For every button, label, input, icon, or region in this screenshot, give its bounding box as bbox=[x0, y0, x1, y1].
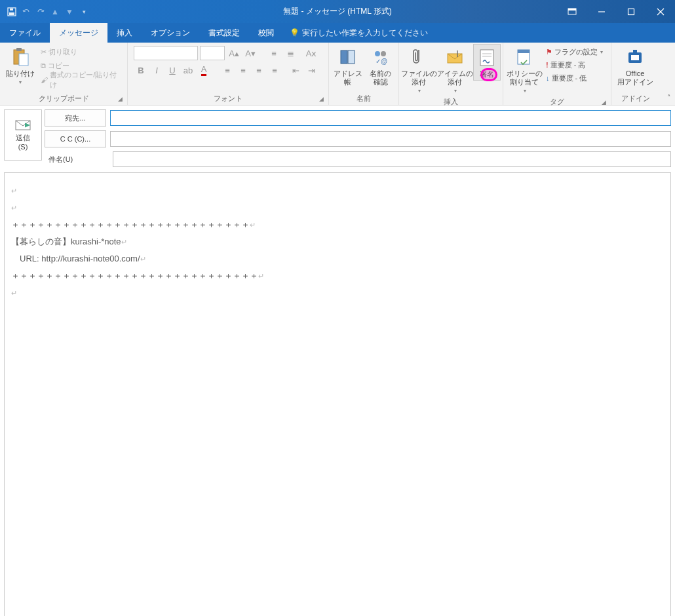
align-center-icon[interactable]: ≡ bbox=[236, 63, 250, 77]
attach-item-button[interactable]: アイテムの 添付▾ bbox=[436, 44, 473, 96]
underline-icon[interactable]: U bbox=[165, 63, 180, 77]
svg-rect-18 bbox=[480, 50, 493, 66]
address-book-button[interactable]: アドレス帳 bbox=[331, 44, 365, 88]
undo-icon[interactable] bbox=[21, 7, 31, 17]
bullets-icon[interactable]: ≡ bbox=[267, 46, 281, 60]
follow-up-button[interactable]: ⚑フラグの設定▾ bbox=[543, 45, 606, 58]
svg-point-14 bbox=[375, 51, 380, 56]
increase-font-icon[interactable]: A▴ bbox=[227, 46, 241, 60]
copy-icon: ⧉ bbox=[41, 62, 46, 70]
paste-label: 貼り付け bbox=[6, 69, 35, 78]
cut-label: 切り取り bbox=[48, 47, 77, 57]
format-painter-label: 書式のコピー/貼り付け bbox=[50, 70, 123, 90]
font-launcher[interactable]: ◢ bbox=[317, 96, 325, 104]
window-title: 無題 - メッセージ (HTML 形式) bbox=[283, 6, 392, 17]
attach-item-icon bbox=[444, 47, 465, 67]
body-line-3: ＋＋＋＋＋＋＋＋＋＋＋＋＋＋＋＋＋＋＋＋＋＋＋＋＋＋＋＋ bbox=[11, 220, 250, 229]
ribbon-tabs: ファイル メッセージ 挿入 オプション 書式設定 校閲 💡 実行したい作業を入力… bbox=[0, 23, 675, 43]
check-names-button[interactable]: ✓@ 名前の 確認 bbox=[365, 44, 396, 88]
down-arrow-icon[interactable]: ▼ bbox=[64, 7, 75, 17]
message-body[interactable]: ↵ ↵ ＋＋＋＋＋＋＋＋＋＋＋＋＋＋＋＋＋＋＋＋＋＋＋＋＋＋＋＋↵ 【暮らしの音… bbox=[4, 172, 671, 616]
highlight-icon[interactable]: ab bbox=[181, 63, 195, 77]
font-color-icon[interactable]: A bbox=[197, 63, 211, 77]
brush-icon: 🖌 bbox=[41, 76, 48, 84]
paste-button[interactable]: 貼り付け▾ bbox=[2, 44, 38, 88]
paste-icon bbox=[10, 47, 31, 67]
tab-file[interactable]: ファイル bbox=[0, 23, 50, 43]
bold-icon[interactable]: B bbox=[134, 63, 148, 77]
minimize-button[interactable] bbox=[587, 0, 616, 23]
signature-button[interactable]: 署名 bbox=[473, 44, 501, 81]
svg-rect-1 bbox=[9, 12, 14, 15]
font-name-combo[interactable] bbox=[134, 46, 198, 60]
svg-rect-22 bbox=[518, 50, 530, 53]
group-include-label: 挿入 bbox=[401, 96, 501, 108]
svg-text:✓@: ✓@ bbox=[376, 58, 387, 65]
tab-options[interactable]: オプション bbox=[142, 23, 199, 43]
collapse-ribbon-icon[interactable]: ˄ bbox=[667, 94, 671, 102]
numbering-icon[interactable]: ≣ bbox=[283, 46, 298, 60]
attach-file-button[interactable]: ファイルの 添付▾ bbox=[401, 44, 436, 96]
group-names: アドレス帳 ✓@ 名前の 確認 名前 bbox=[329, 43, 399, 105]
maximize-button[interactable] bbox=[616, 0, 646, 23]
format-painter-button[interactable]: 🖌書式のコピー/貼り付け bbox=[38, 73, 125, 87]
paperclip-icon bbox=[408, 47, 429, 67]
cc-button[interactable]: C C (C)... bbox=[45, 130, 106, 147]
quick-access-toolbar: ▲ ▼ ▾ bbox=[0, 7, 89, 17]
svg-rect-25 bbox=[633, 50, 637, 54]
up-arrow-icon[interactable]: ▲ bbox=[50, 7, 60, 17]
send-button[interactable]: 送信 (S) bbox=[4, 109, 42, 161]
high-importance-button[interactable]: !重要度 - 高 bbox=[543, 58, 606, 71]
decrease-font-icon[interactable]: A▾ bbox=[243, 46, 258, 60]
qat-customize-icon[interactable]: ▾ bbox=[79, 7, 89, 17]
body-line-6: ＋＋＋＋＋＋＋＋＋＋＋＋＋＋＋＋＋＋＋＋＋＋＋＋＋＋＋＋＋ bbox=[11, 271, 258, 280]
clear-formatting-icon[interactable]: Aⅹ bbox=[304, 46, 318, 60]
office-addins-button[interactable]: Office 用アドイン bbox=[613, 44, 657, 88]
body-line-4: 【暮らしの音】kurashi-*note bbox=[11, 237, 121, 246]
save-icon[interactable] bbox=[7, 7, 17, 17]
policy-icon bbox=[514, 47, 535, 67]
subject-input[interactable] bbox=[113, 151, 671, 167]
low-importance-icon: ↓ bbox=[546, 74, 550, 82]
group-font: A▴ A▾ ≡ ≣ Aⅹ B I U ab A ≡ ≡ ≡ ≡ ⇤ bbox=[128, 43, 329, 105]
high-importance-icon: ! bbox=[546, 61, 549, 69]
tags-launcher[interactable]: ◢ bbox=[600, 99, 608, 107]
svg-rect-10 bbox=[16, 48, 22, 51]
policy-label: ポリシーの 割り当て bbox=[507, 69, 543, 87]
message-header: 送信 (S) 宛先... C C (C)... 件名(U) bbox=[0, 106, 675, 167]
group-tags: ポリシーの 割り当て▾ ⚑フラグの設定▾ !重要度 - 高 ↓重要度 - 低 タ… bbox=[503, 43, 611, 105]
assign-policy-button[interactable]: ポリシーの 割り当て▾ bbox=[505, 44, 543, 96]
group-addins: Office 用アドイン アドイン bbox=[611, 43, 660, 105]
low-importance-button[interactable]: ↓重要度 - 低 bbox=[543, 71, 606, 85]
attach-file-label: ファイルの 添付 bbox=[401, 69, 437, 87]
svg-rect-24 bbox=[631, 55, 639, 60]
align-right-icon[interactable]: ≡ bbox=[252, 63, 266, 77]
cc-input[interactable] bbox=[110, 131, 671, 147]
indent-icon[interactable]: ⇥ bbox=[304, 63, 318, 77]
tell-me[interactable]: 💡 実行したい作業を入力してください bbox=[283, 23, 434, 43]
addins-icon bbox=[625, 47, 646, 67]
send-icon bbox=[15, 120, 31, 130]
body-line-5: URL: http://kurashi-note00.com/ bbox=[11, 254, 140, 263]
to-button[interactable]: 宛先... bbox=[45, 109, 106, 126]
clipboard-launcher[interactable]: ◢ bbox=[116, 96, 124, 104]
outdent-icon[interactable]: ⇤ bbox=[288, 63, 303, 77]
justify-icon[interactable]: ≡ bbox=[267, 63, 282, 77]
redo-icon[interactable] bbox=[35, 7, 46, 17]
to-input[interactable] bbox=[110, 110, 671, 126]
follow-up-label: フラグの設定 bbox=[554, 47, 598, 57]
align-left-icon[interactable]: ≡ bbox=[220, 63, 235, 77]
cut-button[interactable]: ✂切り取り bbox=[38, 45, 125, 59]
tab-message[interactable]: メッセージ bbox=[50, 23, 107, 43]
addins-label: Office 用アドイン bbox=[617, 69, 653, 87]
tab-format[interactable]: 書式設定 bbox=[199, 23, 249, 43]
svg-point-15 bbox=[381, 51, 386, 56]
italic-icon[interactable]: I bbox=[149, 63, 164, 77]
ribbon-display-icon[interactable] bbox=[557, 0, 587, 23]
close-button[interactable] bbox=[646, 0, 675, 23]
tab-insert[interactable]: 挿入 bbox=[107, 23, 142, 43]
group-names-label: 名前 bbox=[331, 93, 396, 105]
tab-review[interactable]: 校閲 bbox=[249, 23, 283, 43]
font-size-combo[interactable] bbox=[200, 46, 225, 60]
lightbulb-icon: 💡 bbox=[290, 28, 299, 37]
